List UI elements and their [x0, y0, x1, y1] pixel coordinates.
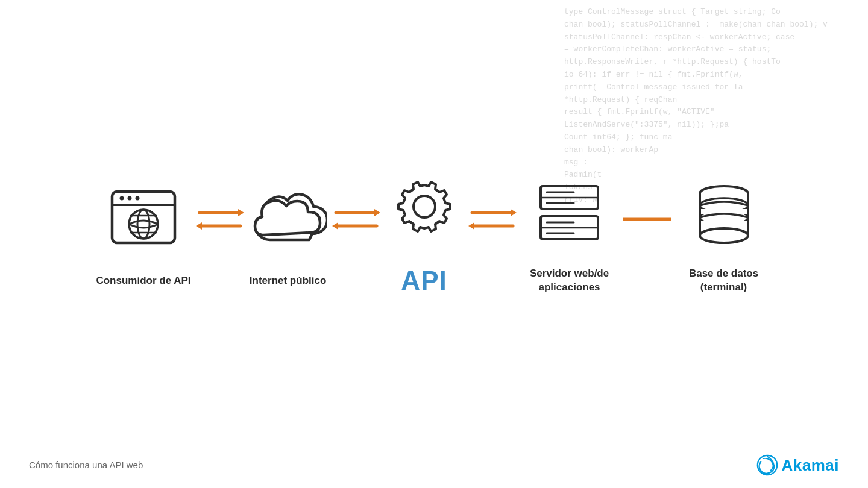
server-icon: [530, 175, 609, 254]
database-icon: [685, 175, 763, 254]
diagram-item-internet: Internet público: [249, 183, 327, 288]
svg-rect-39: [700, 221, 747, 226]
akamai-icon: [756, 454, 778, 476]
cloud-icon: [249, 183, 327, 261]
svg-point-2: [119, 196, 124, 201]
arrow-4: [618, 210, 676, 228]
svg-marker-19: [511, 209, 517, 216]
arrow-3: [464, 204, 521, 234]
akamai-logo: Akamai: [756, 454, 840, 476]
svg-point-4: [135, 196, 139, 201]
diagram-item-api: API: [385, 174, 464, 296]
svg-point-3: [127, 196, 131, 201]
arrow-1: [191, 204, 249, 234]
svg-marker-10: [238, 209, 244, 216]
gear-icon: [385, 174, 464, 252]
diagram-container: Consumidor de API: [0, 174, 868, 296]
browser-icon: [104, 183, 183, 261]
diagram-item-server: Servidor web/de aplicaciones: [521, 175, 618, 295]
diagram-item-database: Base de datos (terminal): [676, 175, 772, 295]
svg-point-5: [129, 210, 158, 239]
bottom-caption: Cómo funciona una API web: [29, 460, 143, 470]
svg-point-17: [414, 196, 435, 217]
svg-marker-12: [196, 222, 202, 230]
consumer-label: Consumidor de API: [96, 274, 190, 288]
database-label: Base de datos (terminal): [676, 267, 772, 295]
api-label: API: [401, 266, 447, 296]
svg-marker-21: [468, 222, 474, 230]
main-content: Consumidor de API: [0, 0, 868, 488]
internet-label: Internet público: [250, 274, 327, 288]
svg-marker-16: [332, 222, 338, 230]
arrow-2: [327, 204, 385, 234]
brand-name: Akamai: [782, 456, 840, 475]
diagram-item-consumer: Consumidor de API: [96, 183, 190, 288]
svg-point-6: [137, 210, 149, 239]
svg-marker-14: [374, 209, 380, 216]
svg-point-35: [700, 228, 748, 243]
server-label: Servidor web/de aplicaciones: [521, 267, 618, 295]
